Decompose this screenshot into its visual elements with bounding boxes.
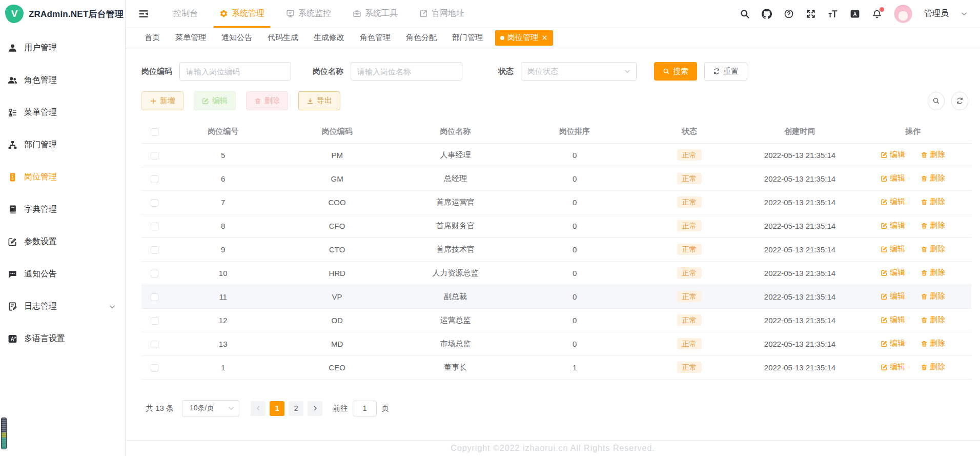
row-delete-button[interactable]: 删除	[921, 221, 945, 230]
tab[interactable]: 菜单管理	[168, 33, 214, 43]
row-edit-button[interactable]: 编辑	[881, 315, 905, 325]
table-row[interactable]: 11 VP 副总裁 0 正常 2022-05-13 21:35:14 编辑 删除	[141, 285, 971, 308]
search-icon[interactable]	[740, 9, 750, 19]
table-row[interactable]: 9 CTO 首席技术官 0 正常 2022-05-13 21:35:14 编辑 …	[141, 237, 971, 261]
show-search-icon[interactable]	[928, 92, 945, 110]
table-row[interactable]: 10 HRD 人力资源总监 0 正常 2022-05-13 21:35:14 编…	[141, 261, 971, 285]
trash-icon	[921, 340, 928, 347]
row-checkbox[interactable]	[151, 199, 158, 207]
user-name[interactable]: 管理员	[924, 8, 949, 19]
avatar[interactable]	[894, 5, 912, 23]
next-page-button[interactable]	[308, 401, 322, 416]
prev-page-button[interactable]	[251, 401, 266, 416]
top-menu-item[interactable]: 官网地址	[409, 0, 475, 28]
row-delete-button[interactable]: 删除	[921, 362, 945, 372]
row-checkbox[interactable]	[151, 270, 158, 277]
row-delete-button[interactable]: 删除	[921, 268, 945, 277]
floating-widget[interactable]	[1, 418, 7, 449]
sidebar-item[interactable]: 参数设置	[0, 226, 125, 258]
tab[interactable]: 代码生成	[260, 33, 306, 43]
table-row[interactable]: 13 MD 市场总监 0 正常 2022-05-13 21:35:14 编辑 删…	[141, 332, 971, 355]
cell-post-sort: 0	[516, 190, 634, 214]
row-delete-button[interactable]: 删除	[921, 315, 945, 325]
reset-button[interactable]: 重置	[704, 62, 747, 81]
post-name-input[interactable]	[351, 62, 462, 81]
table-row[interactable]: 6 GM 总经理 0 正常 2022-05-13 21:35:14 编辑 删除	[141, 167, 971, 190]
delete-button[interactable]: 删除	[246, 91, 288, 110]
row-checkbox[interactable]	[151, 246, 158, 254]
row-delete-button[interactable]: 删除	[921, 339, 945, 348]
logo[interactable]: V ZRAdmin.NET后台管理	[0, 0, 125, 28]
row-edit-button[interactable]: 编辑	[881, 150, 905, 160]
sidebar-item[interactable]: 字典管理	[0, 193, 125, 226]
page-number-button[interactable]: 2	[289, 401, 303, 416]
tab[interactable]: 通知公告	[214, 33, 260, 43]
bell-icon[interactable]	[872, 9, 882, 19]
tab[interactable]: 岗位管理	[495, 30, 553, 46]
cell-created: 2022-05-13 21:35:14	[745, 308, 854, 332]
tab[interactable]: 生成修改	[306, 33, 352, 43]
row-checkbox[interactable]	[151, 152, 158, 160]
status-badge: 正常	[677, 220, 702, 231]
table-row[interactable]: 12 OD 运营总监 0 正常 2022-05-13 21:35:14 编辑 删…	[141, 308, 971, 332]
row-edit-button[interactable]: 编辑	[881, 339, 905, 348]
row-checkbox[interactable]	[151, 175, 158, 183]
search-button[interactable]: 搜索	[654, 62, 697, 81]
row-delete-button[interactable]: 删除	[921, 197, 945, 207]
row-delete-button[interactable]: 删除	[921, 291, 945, 301]
sidebar-item[interactable]: 日志管理	[0, 290, 125, 323]
row-checkbox[interactable]	[151, 364, 158, 372]
edit-button[interactable]: 编辑	[194, 91, 236, 110]
export-button[interactable]: 导出	[298, 91, 340, 110]
sidebar-item[interactable]: 部门管理	[0, 129, 125, 161]
table-row[interactable]: 5 PM 人事经理 0 正常 2022-05-13 21:35:14 编辑 删除	[141, 143, 971, 167]
table-row[interactable]: 1 CEO 董事长 1 正常 2022-05-13 21:35:14 编辑 删除	[141, 355, 971, 379]
sidebar-item[interactable]: 岗位管理	[0, 161, 125, 193]
goto-page-input[interactable]	[353, 401, 377, 417]
status-select[interactable]: 岗位状态	[521, 62, 637, 81]
row-delete-button[interactable]: 删除	[921, 150, 945, 160]
row-delete-button[interactable]: 删除	[921, 244, 945, 254]
refresh-icon[interactable]	[951, 92, 968, 110]
row-checkbox[interactable]	[151, 317, 158, 325]
tab[interactable]: 部门管理	[444, 33, 491, 43]
sidebar-item[interactable]: 用户管理	[0, 32, 125, 64]
row-edit-button[interactable]: 编辑	[881, 291, 905, 301]
sidebar-item[interactable]: 角色管理	[0, 64, 125, 96]
sidebar-item[interactable]: 通知公告	[0, 258, 125, 290]
row-edit-button[interactable]: 编辑	[881, 197, 905, 207]
page-size-select[interactable]: 10条/页	[182, 400, 239, 417]
close-icon[interactable]	[541, 34, 548, 41]
fullscreen-icon[interactable]	[806, 9, 816, 19]
sidebar-item[interactable]: 多语言设置	[0, 323, 125, 355]
top-menu-item[interactable]: 系统监控	[275, 0, 342, 28]
font-size-icon[interactable]	[828, 9, 838, 19]
row-edit-button[interactable]: 编辑	[881, 221, 905, 230]
add-button[interactable]: 新增	[141, 91, 183, 110]
top-menu-item[interactable]: 控制台	[162, 0, 209, 28]
language-icon[interactable]	[850, 9, 860, 19]
tab[interactable]: 角色管理	[352, 33, 398, 43]
select-all-checkbox[interactable]	[151, 128, 158, 136]
collapse-sidebar-icon[interactable]	[138, 8, 149, 19]
sidebar-item[interactable]: 菜单管理	[0, 96, 125, 129]
chevron-down-icon[interactable]	[961, 10, 968, 17]
tab[interactable]: 角色分配	[398, 33, 444, 43]
row-edit-button[interactable]: 编辑	[881, 362, 905, 372]
row-edit-button[interactable]: 编辑	[881, 244, 905, 254]
github-icon[interactable]	[762, 9, 772, 19]
table-row[interactable]: 7 COO 首席运营官 0 正常 2022-05-13 21:35:14 编辑 …	[141, 190, 971, 214]
post-code-input[interactable]	[179, 62, 291, 81]
top-menu-item[interactable]: 系统管理	[209, 0, 275, 28]
row-edit-button[interactable]: 编辑	[881, 173, 905, 183]
row-checkbox[interactable]	[151, 341, 158, 348]
top-menu-item[interactable]: 系统工具	[342, 0, 409, 28]
tab[interactable]: 首页	[137, 33, 168, 43]
table-row[interactable]: 8 CFO 首席财务官 0 正常 2022-05-13 21:35:14 编辑 …	[141, 214, 971, 237]
row-checkbox[interactable]	[151, 293, 158, 301]
help-icon[interactable]	[784, 9, 794, 19]
row-edit-button[interactable]: 编辑	[881, 268, 905, 277]
row-delete-button[interactable]: 删除	[921, 173, 945, 183]
row-checkbox[interactable]	[151, 223, 158, 230]
page-number-button[interactable]: 1	[270, 401, 284, 416]
